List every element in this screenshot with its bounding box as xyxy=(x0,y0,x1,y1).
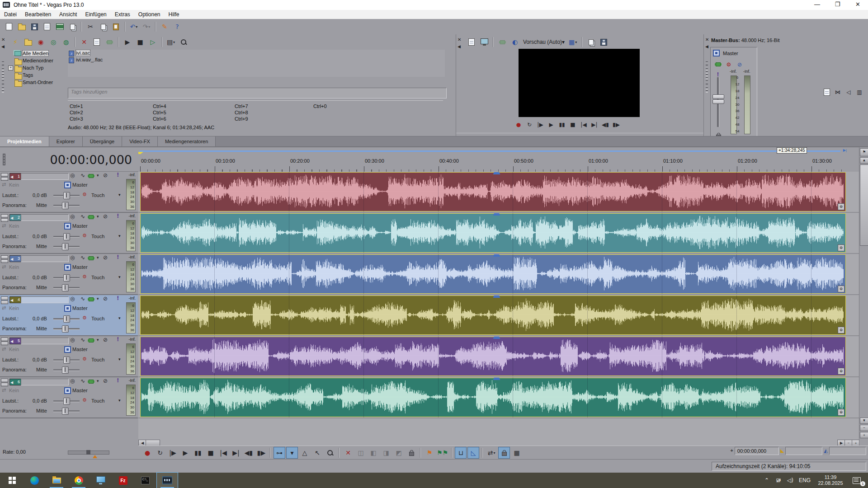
volume-slider[interactable] xyxy=(53,195,80,197)
solo-icon[interactable]: ! xyxy=(117,377,119,384)
vzoom-in-icon[interactable]: ＋ xyxy=(860,432,868,438)
track-name-field[interactable] xyxy=(21,173,69,180)
event-group-handle[interactable] xyxy=(493,172,500,174)
insert-region-button[interactable]: ⚑⚑ xyxy=(436,447,448,459)
track-number-badge[interactable]: 3 xyxy=(9,255,22,262)
tab-video-fx[interactable]: Video-FX xyxy=(122,136,158,146)
menu-ansicht[interactable]: Ansicht xyxy=(55,10,81,19)
insert-marker-button[interactable]: ⚑ xyxy=(424,447,435,459)
scroll-down-icon[interactable]: ▼ xyxy=(860,418,868,424)
mute-icon[interactable]: ⊘ xyxy=(103,337,108,343)
go-to-end-button[interactable]: ▶| xyxy=(590,120,599,130)
project-properties-icon[interactable] xyxy=(41,21,53,33)
automation-settings-icon[interactable]: ⚙ xyxy=(724,60,734,70)
fx-dropdown-icon[interactable]: ▾ xyxy=(97,296,99,301)
pan-slider-thumb[interactable] xyxy=(62,408,69,415)
loop-playback-button[interactable]: ↻ xyxy=(154,447,166,459)
edit-tool-button[interactable]: ⊶ xyxy=(274,447,285,459)
tree-item-medienordner[interactable]: Medienordner xyxy=(7,57,67,64)
automation-mode-icon[interactable]: ⚙ xyxy=(82,315,87,321)
go-to-start-button[interactable]: |◀ xyxy=(217,447,229,459)
audio-event[interactable]: ⊕ xyxy=(140,337,846,376)
mute-icon[interactable]: ⊘ xyxy=(103,254,108,261)
record-button[interactable]: ● xyxy=(142,447,153,459)
bus-assign-icon[interactable] xyxy=(64,223,71,230)
record-button[interactable]: ● xyxy=(514,120,524,130)
trim-button[interactable]: ◫ xyxy=(355,447,367,459)
play-from-start-button[interactable]: |▶ xyxy=(167,447,179,459)
scrub-control[interactable] xyxy=(68,450,109,455)
pin-panel-icon[interactable]: ◀ xyxy=(458,44,461,49)
automation-mode-icon[interactable]: ⚙ xyxy=(82,397,87,403)
automation-dropdown-icon[interactable]: ▾ xyxy=(118,398,121,403)
audio-event[interactable]: ⊕ xyxy=(140,172,846,211)
external-monitor-icon[interactable] xyxy=(478,36,490,48)
record-arm-icon[interactable]: ◎ xyxy=(70,337,75,343)
paint-tool-icon[interactable]: ✎ xyxy=(159,21,170,33)
track-number-badge[interactable]: 2 xyxy=(9,214,22,221)
track-name-field[interactable] xyxy=(21,255,69,262)
taskbar-filezilla[interactable]: Fz xyxy=(113,473,133,488)
track-fx-icon[interactable] xyxy=(89,173,94,179)
mute-icon[interactable]: ⊘ xyxy=(735,60,745,70)
language-indicator[interactable]: ENG xyxy=(797,473,813,488)
automation-mode-icon[interactable]: ⚙ xyxy=(82,274,87,280)
track-envelope-icon[interactable]: ∿ xyxy=(80,172,85,178)
delete-button[interactable]: ✕ xyxy=(342,447,354,459)
audio-event[interactable]: ⊕ xyxy=(140,213,846,253)
play-from-start-button[interactable]: |▶ xyxy=(535,120,545,130)
taskbar-chrome[interactable] xyxy=(68,473,89,488)
lock-button[interactable] xyxy=(406,447,417,459)
automation-dropdown-icon[interactable]: ▾ xyxy=(118,234,121,238)
selection-tool-button[interactable]: ↖ xyxy=(311,447,323,459)
volume-slider[interactable] xyxy=(53,400,80,402)
pan-slider-thumb[interactable] xyxy=(62,284,69,291)
event-fx-grip[interactable]: ⊕ xyxy=(838,368,844,375)
taskbar-terminal[interactable]: C:\_ xyxy=(135,473,156,488)
track-fx-icon[interactable] xyxy=(89,379,94,385)
marker-tool-icon[interactable]: ⚑ xyxy=(860,148,868,156)
media-manager-icon[interactable] xyxy=(66,21,78,33)
volume-slider-thumb[interactable] xyxy=(63,192,70,199)
tab-projektmedien[interactable]: Projektmedien xyxy=(0,136,49,146)
track-name-field[interactable] xyxy=(21,338,69,344)
record-arm-icon[interactable]: ◎ xyxy=(70,378,75,384)
solo-icon[interactable]: ! xyxy=(117,336,119,343)
automation-dropdown-icon[interactable]: ▾ xyxy=(118,316,121,320)
taskbar-vegas[interactable] xyxy=(157,473,178,488)
event-group-handle[interactable] xyxy=(493,296,500,298)
marker-bar[interactable]: +1:34:28,245 xyxy=(138,147,859,155)
scroll-up-icon[interactable]: ▲ xyxy=(860,157,868,164)
next-frame-button[interactable]: ▮▶ xyxy=(611,120,621,130)
media-file[interactable]: ♪ivi.wav_.flac xyxy=(68,56,445,63)
track-number-badge[interactable]: 6 xyxy=(9,379,22,385)
minimize-track-buttons[interactable] xyxy=(1,173,8,180)
mute-icon[interactable]: ⊘ xyxy=(103,172,108,178)
volume-slider-thumb[interactable] xyxy=(63,398,70,405)
pin-panel-icon[interactable]: ◀ xyxy=(705,44,708,49)
menu-einfügen[interactable]: Einfügen xyxy=(81,10,110,19)
dim-output-icon[interactable]: ◁ xyxy=(844,87,854,97)
pan-slider[interactable] xyxy=(53,287,80,289)
loop-playback-button[interactable]: ↻ xyxy=(524,120,534,130)
automation-mode-icon[interactable]: ⚙ xyxy=(82,356,87,362)
search-icon[interactable] xyxy=(178,36,189,48)
tree-item-nach-typ[interactable]: +Nach Typ xyxy=(7,64,67,71)
snap-button[interactable]: ⊔ xyxy=(455,447,467,459)
pan-slider-thumb[interactable] xyxy=(62,202,69,209)
track-fx-icon[interactable] xyxy=(89,255,94,262)
save-snapshot-icon[interactable] xyxy=(598,36,609,48)
import-media-icon[interactable] xyxy=(22,36,34,48)
minimize-track-buttons[interactable] xyxy=(1,296,8,303)
tab-übergänge[interactable]: Übergänge xyxy=(83,136,122,146)
tree-item-tags[interactable]: Tags xyxy=(7,71,67,79)
ungroup-button[interactable]: ◩ xyxy=(393,447,405,459)
track-lane-6[interactable]: ⊕ xyxy=(138,377,859,418)
menu-bearbeiten[interactable]: Bearbeiten xyxy=(21,10,55,19)
track-name-field[interactable] xyxy=(21,296,69,303)
pin-icon[interactable]: ⌖ xyxy=(731,448,733,454)
mixer-view-icon[interactable]: ▥ xyxy=(854,87,864,97)
track-lane-4[interactable]: ⊕ xyxy=(138,295,859,336)
stop-button[interactable]: ■ xyxy=(568,120,578,130)
track-name-field[interactable] xyxy=(21,379,69,385)
